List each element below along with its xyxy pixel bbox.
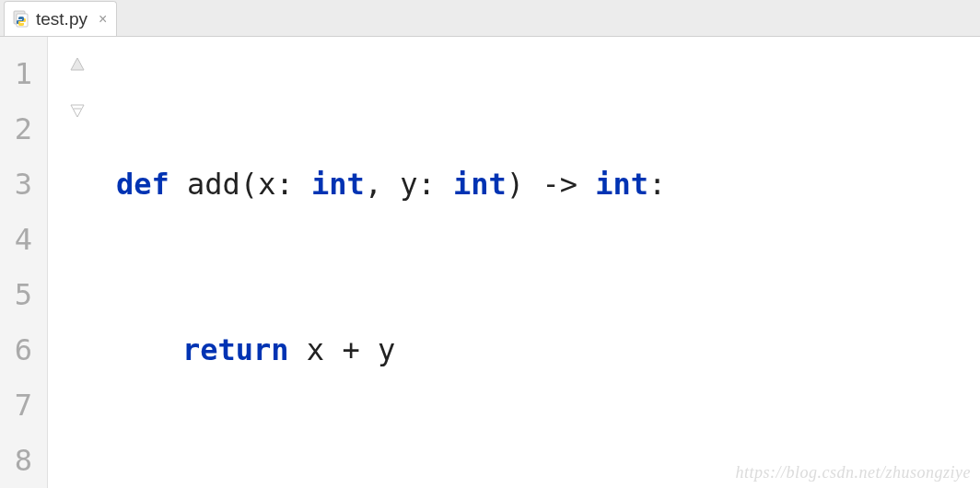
line-number-gutter: 1 2 3 4 5 6 7 8	[0, 37, 48, 488]
python-file-icon	[12, 10, 30, 29]
close-icon[interactable]: ×	[99, 12, 107, 27]
keyword-return: return	[182, 322, 289, 378]
fold-column	[48, 37, 99, 488]
watermark: https://blog.csdn.net/zhusongziye	[736, 463, 971, 482]
line-number[interactable]: 1	[0, 46, 47, 101]
line-number[interactable]: 8	[0, 433, 47, 488]
fold-start-icon[interactable]	[68, 55, 87, 74]
tab-bar: test.py ×	[0, 0, 980, 37]
tab-test-py[interactable]: test.py ×	[4, 1, 117, 36]
line-number[interactable]: 6	[0, 322, 47, 378]
line-number[interactable]: 5	[0, 267, 47, 322]
code-area[interactable]: def add(x: int, y: int) -> int: return x…	[99, 37, 980, 488]
tab-label: test.py	[36, 9, 88, 29]
line-number[interactable]: 4	[0, 212, 47, 267]
code-line: def add(x: int, y: int) -> int:	[116, 157, 980, 212]
keyword-def: def	[116, 157, 169, 212]
keyword-int: int	[311, 157, 365, 212]
line-number[interactable]: 7	[0, 378, 47, 433]
fold-end-icon[interactable]	[68, 101, 87, 120]
editor: 1 2 3 4 5 6 7 8 def add(x: int, y: int) …	[0, 37, 980, 488]
keyword-int: int	[453, 157, 507, 212]
keyword-int: int	[595, 157, 648, 212]
code-line: return x + y	[116, 322, 980, 378]
line-number[interactable]: 3	[0, 157, 47, 212]
line-number[interactable]: 2	[0, 101, 47, 157]
